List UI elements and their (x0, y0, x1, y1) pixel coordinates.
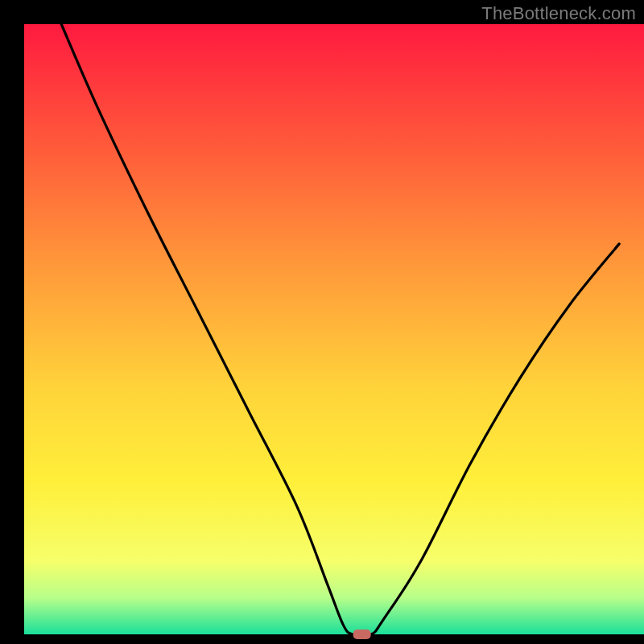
chart-frame: { "watermark": "TheBottleneck.com", "cha… (0, 0, 644, 644)
bottleneck-chart (0, 0, 644, 644)
bottleneck-marker (353, 630, 371, 639)
watermark-text: TheBottleneck.com (481, 3, 636, 24)
